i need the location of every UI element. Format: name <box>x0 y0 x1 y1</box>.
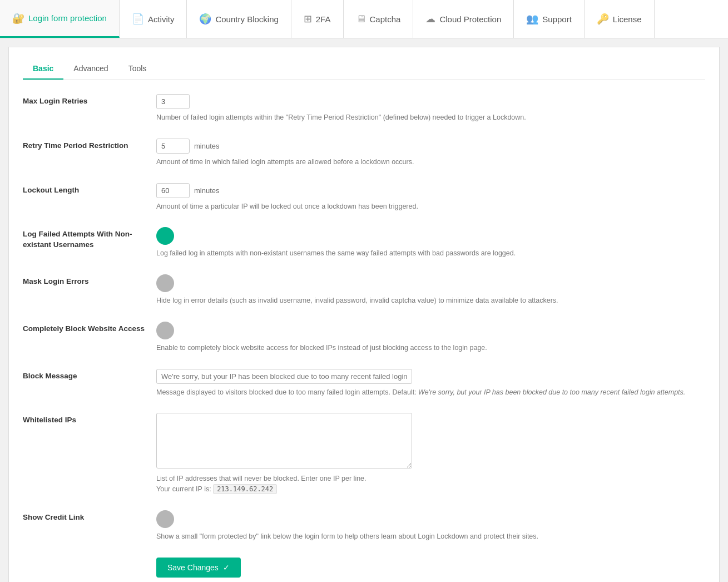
license-icon: 🔑 <box>597 13 609 25</box>
mask-login-errors-control: Hide log in error details (such as inval… <box>156 274 705 306</box>
lockout-length-input[interactable] <box>156 183 190 198</box>
log-failed-attempts-control: Log failed log in attempts with non-exis… <box>156 227 705 259</box>
retry-time-period-desc: Amount of time in which failed login att… <box>156 157 705 167</box>
retry-time-period-suffix: minutes <box>194 142 220 150</box>
max-login-retries-desc: Number of failed login attempts within t… <box>156 112 705 123</box>
mask-login-errors-toggle[interactable] <box>156 274 174 292</box>
2fa-icon: ⊞ <box>304 13 312 25</box>
captcha-icon: 🖥 <box>356 13 366 25</box>
nav-item-support[interactable]: 👥 Support <box>514 0 585 38</box>
lockout-length-label: Lockout Length <box>23 183 156 196</box>
mask-login-errors-label: Mask Login Errors <box>23 274 156 287</box>
field-whitelisted-ips: Whitelisted IPs List of IP addresses tha… <box>23 413 705 495</box>
completely-block-label: Completely Block Website Access <box>23 322 156 334</box>
completely-block-control: Enable to completely block website acces… <box>156 322 705 353</box>
field-log-failed-attempts: Log Failed Attempts With Non-existant Us… <box>23 227 705 259</box>
nav-item-2fa[interactable]: ⊞ 2FA <box>291 0 344 38</box>
current-ip-badge: 213.149.62.242 <box>213 484 277 494</box>
block-message-control: Message displayed to visitors blocked du… <box>156 369 705 398</box>
show-credit-link-toggle[interactable] <box>156 510 174 528</box>
field-completely-block: Completely Block Website Access Enable t… <box>23 322 705 353</box>
content-wrap: Basic Advanced Tools Max Login Retries N… <box>8 47 720 582</box>
whitelisted-ips-textarea[interactable] <box>156 413 412 468</box>
retry-time-period-control: minutes Amount of time in which failed l… <box>156 139 705 167</box>
nav-item-country-blocking[interactable]: 🌍 Country Blocking <box>187 0 291 38</box>
field-retry-time-period: Retry Time Period Restriction minutes Am… <box>23 139 705 167</box>
support-icon: 👥 <box>526 13 538 25</box>
mask-login-errors-desc: Hide log in error details (such as inval… <box>156 295 705 306</box>
tab-advanced[interactable]: Advanced <box>63 58 118 80</box>
log-failed-attempts-toggle[interactable] <box>156 227 174 245</box>
whitelisted-ips-control: List of IP addresses that will never be … <box>156 413 705 495</box>
nav-item-login-form-protection[interactable]: 🔐 Login form protection <box>0 0 120 38</box>
nav-item-license[interactable]: 🔑 License <box>585 0 655 38</box>
cloud-protection-icon: ☁ <box>425 13 435 25</box>
checkmark-icon: ✓ <box>223 563 230 572</box>
show-credit-link-control: Show a small "form protected by" link be… <box>156 510 705 542</box>
lockout-length-suffix: minutes <box>194 186 220 195</box>
nav-item-cloud-protection[interactable]: ☁ Cloud Protection <box>413 0 514 38</box>
block-message-desc: Message displayed to visitors blocked du… <box>156 387 705 398</box>
whitelisted-ips-desc: List of IP addresses that will never be … <box>156 474 705 495</box>
retry-time-period-label: Retry Time Period Restriction <box>23 139 156 151</box>
sub-tabs: Basic Advanced Tools <box>23 58 705 80</box>
max-login-retries-input[interactable] <box>156 94 190 109</box>
show-credit-link-label: Show Credit Link <box>23 510 156 523</box>
block-message-input[interactable] <box>156 369 412 384</box>
save-changes-button[interactable]: Save Changes ✓ <box>156 558 241 578</box>
completely-block-toggle[interactable] <box>156 322 174 339</box>
field-max-login-retries: Max Login Retries Number of failed login… <box>23 94 705 123</box>
lockout-length-control: minutes Amount of time a particular IP w… <box>156 183 705 212</box>
show-credit-link-desc: Show a small "form protected by" link be… <box>156 531 705 542</box>
tab-tools[interactable]: Tools <box>118 58 157 80</box>
nav-item-captcha[interactable]: 🖥 Captcha <box>344 0 414 38</box>
top-nav: 🔐 Login form protection 📄 Activity 🌍 Cou… <box>0 0 728 38</box>
country-blocking-icon: 🌍 <box>199 13 211 25</box>
tab-basic[interactable]: Basic <box>23 58 63 80</box>
login-form-icon: 🔐 <box>12 12 24 24</box>
lockout-length-desc: Amount of time a particular IP will be l… <box>156 201 705 212</box>
whitelisted-ips-label: Whitelisted IPs <box>23 413 156 426</box>
log-failed-attempts-label: Log Failed Attempts With Non-existant Us… <box>23 227 156 250</box>
field-block-message: Block Message Message displayed to visit… <box>23 369 705 398</box>
field-show-credit-link: Show Credit Link Show a small "form prot… <box>23 510 705 542</box>
max-login-retries-label: Max Login Retries <box>23 94 156 107</box>
completely-block-desc: Enable to completely block website acces… <box>156 343 705 353</box>
max-login-retries-control: Number of failed login attempts within t… <box>156 94 705 123</box>
field-lockout-length: Lockout Length minutes Amount of time a … <box>23 183 705 212</box>
retry-time-period-input[interactable] <box>156 139 190 154</box>
nav-item-activity[interactable]: 📄 Activity <box>120 0 187 38</box>
block-message-label: Block Message <box>23 369 156 382</box>
field-mask-login-errors: Mask Login Errors Hide log in error deta… <box>23 274 705 306</box>
log-failed-attempts-desc: Log failed log in attempts with non-exis… <box>156 248 705 259</box>
activity-icon: 📄 <box>132 13 144 25</box>
